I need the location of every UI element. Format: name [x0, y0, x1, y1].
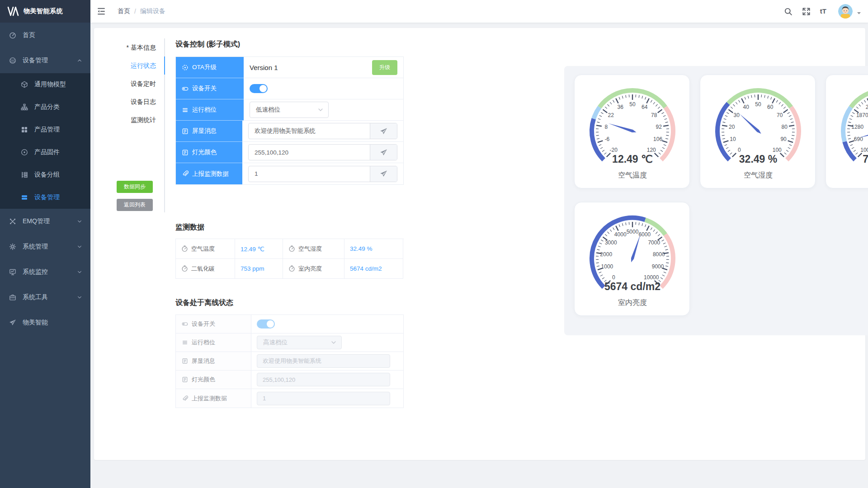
svg-text:5674 cd/m2: 5674 cd/m2 — [604, 281, 660, 292]
send-button[interactable] — [370, 166, 397, 182]
run-gear-select[interactable]: 低速档位 — [250, 102, 329, 118]
topbar-tools: tT — [784, 4, 862, 19]
tab-item[interactable]: 监测统计 — [100, 111, 164, 129]
device-switch-toggle[interactable] — [250, 84, 268, 93]
text-input[interactable]: 1 — [249, 166, 370, 182]
send-icon — [380, 170, 387, 178]
sidebar-subitem[interactable]: 产品分类 — [0, 96, 90, 118]
offline-row-label-text: 上报监测数据 — [192, 394, 227, 403]
control-row-value — [244, 78, 403, 99]
user-menu[interactable] — [838, 4, 862, 19]
disabled-input: 欢迎使用物美智能系统 — [257, 354, 390, 368]
sidebar-item[interactable]: 系统管理 — [0, 234, 90, 259]
select-value: 高速档位 — [263, 338, 330, 347]
sidebar-subitem-label: 通用物模型 — [34, 80, 82, 89]
app-logo[interactable]: 物美智能系统 — [0, 0, 90, 23]
content-card: *基本信息运行状态设备定时设备日志监测统计 数据同步 返回列表 设备控制 (影子… — [94, 28, 865, 460]
bars-icon — [182, 339, 188, 346]
svg-text:70: 70 — [777, 112, 783, 118]
control-row: 设备开关 — [176, 78, 403, 99]
chevron-down-icon — [77, 269, 82, 275]
upgrade-button[interactable]: 升级 — [372, 60, 397, 75]
send-button[interactable] — [370, 145, 397, 160]
tab-item[interactable]: 设备日志 — [100, 93, 164, 111]
offline-row-label: 运行档位 — [176, 333, 251, 352]
control-row-label: 灯光颜色 — [176, 142, 242, 163]
input-group: 1 — [248, 166, 397, 182]
search-icon[interactable] — [784, 7, 793, 16]
sidebar-item[interactable]: 系统工具 — [0, 285, 90, 310]
shadow-panel-title: 设备控制 (影子模式) — [175, 40, 404, 49]
fullscreen-icon[interactable] — [802, 7, 811, 16]
sidebar-item-label: 设备管理 — [23, 56, 77, 65]
monitor-label-cell: 空气湿度 — [283, 239, 344, 259]
control-row-label-text: 屏显消息 — [192, 127, 217, 135]
monitor-value-cell: 753 ppm — [235, 259, 283, 279]
offline-row: 运行档位高速档位 — [176, 333, 403, 352]
sidebar-item[interactable]: 设备管理 — [0, 48, 90, 73]
sidebar-item-label: 系统管理 — [23, 243, 77, 251]
sidebar-item[interactable]: 系统监控 — [0, 259, 90, 285]
offline-row: 设备开关 — [176, 315, 403, 333]
svg-text:室内亮度: 室内亮度 — [618, 299, 647, 306]
sidebar-item[interactable]: 首页 — [0, 23, 90, 48]
cube-icon — [21, 81, 28, 88]
offline-row-label-text: 灯光颜色 — [192, 375, 215, 384]
back-to-list-button[interactable]: 返回列表 — [117, 199, 153, 211]
control-row-label: 设备开关 — [176, 78, 244, 99]
tab-item[interactable]: 运行状态 — [100, 56, 164, 75]
monitor-label-cell: 二氧化碳 — [176, 259, 235, 279]
sidebar-item[interactable]: 物美智能 — [0, 310, 90, 335]
disabled-input: 1 — [257, 392, 390, 405]
toolbox-icon — [9, 294, 16, 301]
sidebar-subitem[interactable]: 产品固件 — [0, 141, 90, 164]
control-row-value: 欢迎使用物美智能系统 — [242, 121, 403, 142]
svg-text:10: 10 — [730, 136, 736, 142]
chevron-down-icon — [77, 295, 82, 300]
svg-text:753 ppm: 753 ppm — [863, 153, 868, 165]
sidebar-fold-icon[interactable] — [97, 7, 106, 16]
sidebar-submenu: 通用物模型产品分类产品管理产品固件设备分组设备管理 — [0, 73, 90, 209]
screen-icon — [182, 128, 189, 135]
sitemap-icon — [21, 103, 28, 111]
control-row-label-text: 设备开关 — [192, 84, 217, 93]
sidebar-subitem[interactable]: 设备分组 — [0, 164, 90, 186]
gauge-card: -20-6822365064789210612012.49 ℃空气温度 — [574, 75, 690, 188]
monitor-label: 空气湿度 — [298, 245, 322, 253]
svg-text:0: 0 — [738, 147, 741, 153]
brand-logo-icon — [7, 6, 19, 16]
grid-icon — [21, 126, 28, 133]
breadcrumb-current: 编辑设备 — [140, 7, 165, 15]
tab-item[interactable]: *基本信息 — [100, 38, 164, 56]
chevron-down-icon — [330, 339, 337, 346]
offline-row-label: 上报监测数据 — [176, 389, 251, 408]
screen-icon — [182, 149, 189, 156]
sidebar-subitem[interactable]: 通用物模型 — [0, 73, 90, 96]
sidebar-item[interactable]: EMQ管理 — [0, 209, 90, 234]
breadcrumb-home[interactable]: 首页 — [118, 7, 130, 15]
send-button[interactable] — [370, 123, 397, 139]
sidebar-subitem[interactable]: 产品管理 — [0, 118, 90, 141]
app-title: 物美智能系统 — [24, 7, 63, 15]
text-input[interactable]: 255,100,120 — [249, 145, 370, 160]
sidebar-subitem-label: 产品管理 — [34, 126, 82, 134]
svg-text:90: 90 — [780, 136, 787, 142]
svg-text:36: 36 — [618, 104, 624, 110]
send-icon — [380, 127, 387, 135]
run-gear-select[interactable]: 高速档位 — [257, 336, 342, 349]
offline-row-label-text: 设备开关 — [192, 320, 215, 328]
monitor-value-cell: 32.49 % — [344, 239, 403, 259]
svg-text:120: 120 — [647, 147, 656, 153]
emq-icon — [9, 218, 16, 225]
device-switch-toggle[interactable] — [257, 319, 275, 328]
layers-icon — [9, 57, 16, 64]
data-sync-button[interactable]: 数据同步 — [117, 181, 153, 193]
text-input[interactable]: 欢迎使用物美智能系统 — [249, 123, 370, 139]
svg-text:22: 22 — [608, 112, 614, 118]
gauge-card: 0100020003000400050006000700080009000100… — [574, 202, 690, 316]
tab-item[interactable]: 设备定时 — [100, 75, 164, 93]
avatar[interactable] — [838, 4, 853, 19]
fontsize-icon[interactable]: tT — [820, 7, 826, 16]
sidebar-subitem[interactable]: 设备管理 — [0, 186, 90, 209]
monitor-table: 空气温度12.49 ℃空气湿度32.49 %二氧化碳753 ppm室内亮度567… — [175, 239, 404, 279]
